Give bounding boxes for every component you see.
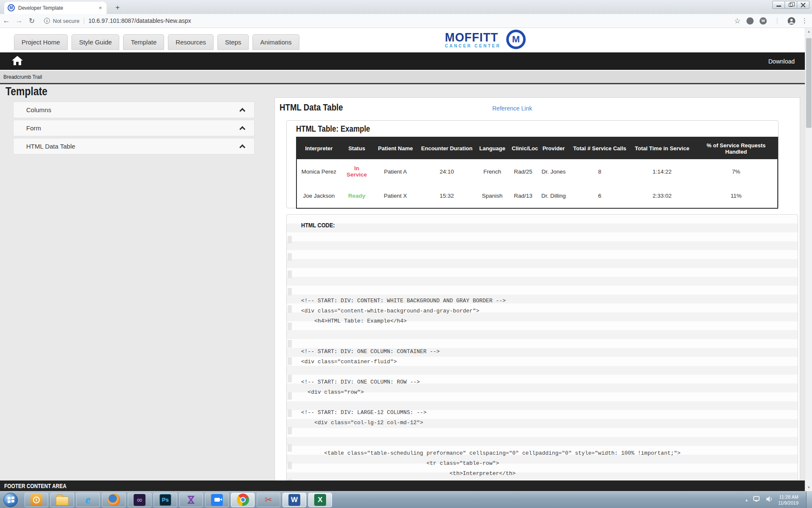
cell-interpreter: Joe Jackson: [296, 184, 341, 208]
taskbar-outlook-button[interactable]: [25, 493, 48, 507]
nav-tab[interactable]: Resources: [168, 34, 214, 50]
taskbar-explorer-button[interactable]: [50, 493, 74, 507]
cell-clinic-loc: Rad/13: [509, 184, 537, 208]
site-info-chip[interactable]: i Not secure: [44, 18, 80, 24]
cell-pct-requests-handled: 7%: [695, 159, 778, 184]
taskbar-snipping-tool-button[interactable]: ✂: [257, 493, 280, 507]
tab-close-icon[interactable]: ×: [97, 5, 103, 11]
taskbar-excel-button[interactable]: X: [308, 493, 332, 507]
scrollbar-thumb[interactable]: [806, 38, 812, 128]
clock-date: 11/9/2019: [778, 500, 798, 506]
code-line: [301, 428, 793, 438]
footer-label: FOOTER CONTENT AREA: [4, 483, 66, 489]
firefox-icon: [108, 494, 120, 506]
breadcrumb-bar: Breadcrumb Trail: [0, 70, 805, 84]
accordion-item[interactable]: Columns: [13, 102, 255, 118]
code-line: [301, 265, 793, 276]
show-desktop-button[interactable]: [806, 491, 812, 508]
code-line: [301, 255, 793, 265]
accordion-item[interactable]: Form: [13, 120, 255, 136]
taskbar-visualstudio-button[interactable]: ⋈: [179, 493, 203, 507]
scroll-up-icon[interactable]: ▲: [805, 28, 812, 35]
tray-clock[interactable]: 11:28 AM 11/9/2019: [778, 494, 798, 506]
taskbar-firefox-button[interactable]: [102, 493, 126, 507]
nav-tab[interactable]: Animations: [252, 34, 299, 50]
address-bar[interactable]: 10.6.97.101:8087/datatables-New.aspx: [88, 17, 191, 24]
nav-tab[interactable]: Style Guide: [71, 34, 120, 50]
cell-patient-name: Patient A: [373, 159, 418, 184]
home-icon[interactable]: [11, 55, 24, 68]
cell-encounter-duration: 15:32: [418, 184, 475, 208]
nav-tab-label: Style Guide: [79, 39, 112, 46]
taskbar-word-button[interactable]: W: [283, 493, 306, 507]
browser-tab[interactable]: M Developer Template ×: [4, 2, 107, 14]
reference-link[interactable]: Reference Link: [492, 105, 532, 112]
code-lines: <!-- START: DIV: CONTENT: WHITE BACKGROU…: [301, 245, 793, 480]
extension-w-icon[interactable]: W: [760, 17, 767, 25]
info-icon[interactable]: i: [44, 18, 50, 24]
example-box: HTML Table: Example InterpreterStatusPat…: [286, 120, 779, 208]
content-card: HTML Data Table Reference Link HTML Tabl…: [274, 97, 800, 480]
tray-chevron-icon[interactable]: ▴: [746, 497, 748, 502]
reload-icon[interactable]: ↻: [25, 17, 38, 25]
accordion-item-label: HTML Data Table: [26, 143, 75, 150]
taskbar: e ∞ Ps ⋈ ✂ W X ▴: [0, 491, 812, 508]
not-secure-label: Not secure: [53, 18, 80, 24]
minimize-button[interactable]: [772, 1, 785, 9]
back-icon[interactable]: ←: [0, 17, 13, 25]
hero-bar: Download: [0, 52, 805, 70]
code-line: [301, 367, 793, 377]
chrome-icon: [237, 494, 249, 506]
url-divider: [84, 17, 84, 24]
nav-tab-label: Project Home: [22, 39, 60, 46]
folder-icon: [56, 497, 69, 505]
speaker-icon[interactable]: [765, 496, 773, 504]
brand-tagline: CANCER CENTER: [445, 44, 503, 48]
forward-icon[interactable]: →: [13, 17, 25, 25]
new-tab-button[interactable]: +: [112, 3, 123, 12]
code-line: <!-- START: DIV: ONE COLUMN: ROW -->: [301, 377, 793, 387]
code-line: [301, 438, 793, 448]
profile-avatar-icon[interactable]: [787, 17, 796, 25]
column-header: Status: [341, 137, 373, 159]
column-header: Language: [475, 137, 509, 159]
code-gutter: [288, 236, 292, 480]
browser-menu-icon[interactable]: ⋮: [801, 17, 808, 25]
column-header: Patient Name: [373, 137, 418, 159]
system-tray: ▴ 11:28 AM 11/9/2019: [746, 491, 812, 508]
download-link[interactable]: Download: [768, 58, 795, 65]
taskbar-visualstudio-dark-button[interactable]: ∞: [128, 493, 151, 507]
nav-tab[interactable]: Steps: [217, 34, 249, 50]
nav-tab[interactable]: Template: [123, 34, 164, 50]
accordion-item-label: Columns: [26, 106, 51, 113]
scrollbar[interactable]: ▲ ▼: [805, 28, 812, 491]
site-header: Project HomeStyle GuideTemplateResources…: [0, 28, 805, 52]
taskbar-photoshop-button[interactable]: Ps: [154, 493, 177, 507]
accordion-item[interactable]: HTML Data Table: [13, 138, 255, 155]
screen: M Developer Template × + ← → ↻ i Not sec…: [0, 0, 812, 508]
nav-tab[interactable]: Project Home: [14, 34, 68, 50]
nav-tab-label: Animations: [260, 39, 291, 46]
chevron-up-icon[interactable]: [239, 144, 245, 150]
chevron-up-icon[interactable]: [239, 108, 245, 114]
code-line: [301, 398, 793, 408]
chevron-up-icon[interactable]: [239, 126, 245, 132]
taskbar-chrome-button[interactable]: [231, 493, 255, 507]
bookmark-star-icon[interactable]: ☆: [734, 17, 741, 25]
extension-icon[interactable]: [746, 17, 754, 25]
taskbar-ie-button[interactable]: e: [76, 493, 100, 507]
cell-status: Ready: [341, 184, 373, 208]
scroll-down-icon[interactable]: ▼: [805, 484, 812, 491]
code-line: <div class="row">: [301, 387, 793, 398]
breadcrumb: Breadcrumb Trail: [3, 74, 42, 80]
close-button[interactable]: [797, 1, 809, 9]
code-line: <div class="content-white-background-and…: [301, 306, 793, 316]
network-icon[interactable]: [753, 496, 760, 504]
restore-button[interactable]: [785, 1, 797, 9]
code-line: [301, 337, 793, 347]
taskbar-video-app-button[interactable]: [205, 493, 229, 507]
code-line: <tr class="table-row">: [301, 458, 793, 469]
start-button[interactable]: [3, 493, 18, 507]
nav-tab-label: Resources: [176, 39, 206, 46]
accordion: Columns Form HTML Data Table: [13, 102, 255, 156]
